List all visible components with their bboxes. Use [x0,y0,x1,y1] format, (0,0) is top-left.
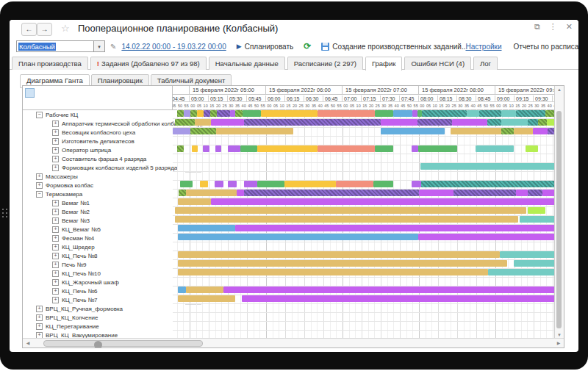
gantt-bar[interactable] [488,269,555,275]
gantt-bar[interactable] [373,181,393,187]
expand-icon[interactable]: + [52,270,59,277]
settings-link[interactable]: Настройки [465,43,501,51]
expand-icon[interactable]: + [52,200,59,206]
create-jobs-button[interactable]: Создание производственных заданий.. [321,43,465,51]
gantt-bar[interactable] [501,128,514,134]
expand-icon[interactable]: + [36,323,43,330]
gantt-bar[interactable] [175,216,518,223]
expand-icon[interactable]: + [52,156,59,162]
expand-icon[interactable]: + [52,288,59,295]
close-icon[interactable]: ✕ [566,22,573,32]
reports-menu[interactable]: Отчеты по расписанию▾ [514,43,579,51]
gantt-bar[interactable] [476,145,514,152]
collapse-icon[interactable]: − [36,112,43,118]
gantt-bar[interactable] [375,145,393,152]
gantt-bar[interactable] [235,225,555,231]
gantt-bar[interactable] [538,119,547,126]
gantt-bar[interactable] [393,110,412,117]
plan-button[interactable]: ▶ Спланировать [237,43,294,51]
gantt-bar[interactable] [177,145,184,152]
gantt-bar[interactable] [186,190,237,196]
gantt-bar[interactable] [533,128,548,134]
gantt-bar[interactable] [190,110,197,117]
gantt-bar[interactable] [501,119,528,126]
gantt-bar[interactable] [526,145,538,152]
gantt-bar[interactable] [520,216,555,223]
gantt-bar[interactable] [420,163,555,170]
gantt-bar[interactable] [179,190,186,196]
kebab-menu-icon[interactable]: ⋮ [549,22,557,32]
gantt-bar[interactable] [501,110,516,117]
gantt-bar[interactable] [177,110,184,117]
expand-icon[interactable]: + [52,253,59,259]
gantt-bar[interactable] [184,110,190,117]
gantt-bar[interactable] [417,119,452,126]
gantt-bar[interactable] [244,119,381,126]
gantt-bar[interactable] [192,145,198,152]
gantt-bar[interactable] [453,190,516,196]
vertical-scrollbar[interactable]: ▲ ▼ [554,86,564,339]
scenario-input[interactable]: Колбасный [16,40,94,52]
gantt-bar[interactable] [228,181,237,187]
tab-План производства[interactable]: План производства [12,57,88,70]
gantt-bar[interactable] [514,260,555,267]
gantt-bar[interactable] [178,287,186,293]
gantt-bar[interactable] [244,181,257,187]
forward-button[interactable]: → [37,23,52,36]
gantt-bar[interactable] [195,119,211,126]
expand-icon[interactable]: + [36,173,43,180]
gantt-bar[interactable] [211,198,555,205]
expand-icon[interactable]: + [52,147,59,154]
gantt-bar[interactable] [178,251,500,258]
chart-settings-icon[interactable] [25,88,35,98]
expand-icon[interactable]: + [52,120,59,127]
expand-icon[interactable]: + [52,262,59,268]
period-link[interactable]: 14.02.22 00:00 - 19.03.22 00:00 [121,43,226,51]
expand-icon[interactable]: + [52,244,59,251]
gantt-bar[interactable] [412,181,421,187]
gantt-bar[interactable] [178,260,507,267]
scroll-up-icon[interactable]: ▲ [555,86,564,93]
link-icon[interactable]: ⧉ [534,22,540,32]
gantt-bar[interactable] [186,287,223,293]
gantt-bar[interactable] [243,110,261,117]
gantt-bar[interactable] [180,181,193,187]
collapse-icon[interactable]: − [36,191,43,198]
tab-Ошибки НСИ (4)[interactable]: Ошибки НСИ (4) [404,57,471,70]
gantt-bar[interactable] [381,128,445,134]
gantt-bar[interactable] [528,119,538,126]
gantt-bar[interactable] [336,181,373,187]
gantt-bar[interactable] [261,110,318,117]
gantt-bar[interactable] [216,128,293,134]
gantt-bar[interactable] [412,145,418,152]
expand-icon[interactable]: + [52,226,59,233]
gantt-bar[interactable] [178,269,488,275]
gantt-bar[interactable] [451,128,501,134]
gantt-bar[interactable] [467,110,479,117]
gantt-bar[interactable] [190,128,216,134]
gantt-bar[interactable] [318,110,375,117]
gantt-bar[interactable] [200,181,208,187]
tab-График[interactable]: График [365,57,402,71]
gantt-bar[interactable] [173,128,190,134]
expand-icon[interactable]: + [36,306,43,312]
gantt-bar[interactable] [230,110,235,117]
gantt-bar[interactable] [542,190,555,196]
tab-Лог[interactable]: Лог [473,57,498,70]
gantt-bar[interactable] [412,110,417,117]
back-button[interactable]: ← [21,23,37,36]
gantt-bar[interactable] [197,110,204,117]
expand-icon[interactable]: + [52,297,59,303]
scroll-left-icon[interactable]: ◀ [24,339,32,347]
gantt-bar[interactable] [175,119,195,126]
expand-icon[interactable]: + [36,182,43,189]
gantt-bar[interactable] [235,110,243,117]
refresh-button[interactable]: ⟳ [304,41,311,51]
gantt-bar[interactable] [419,190,453,196]
gantt-bar[interactable] [500,251,555,258]
gantt-bar[interactable] [178,234,418,240]
expand-icon[interactable]: + [36,314,43,321]
tab-Задания (Добавлено 97 из 98)[interactable]: !Задания (Добавлено 97 из 98) [90,57,207,70]
paperclip-icon[interactable]: ✎ [110,43,116,51]
gantt-bar[interactable] [381,119,417,126]
